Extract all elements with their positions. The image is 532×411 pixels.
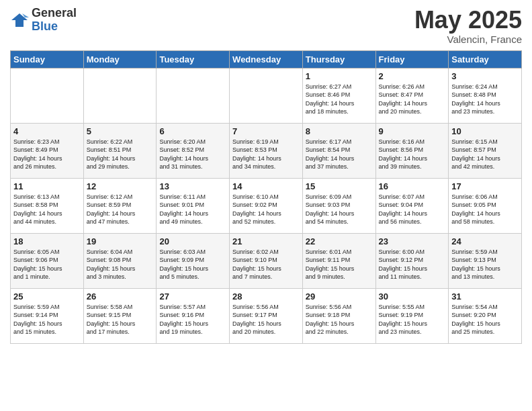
location: Valencin, France (414, 34, 522, 45)
day-number: 14 (232, 181, 300, 191)
calendar-cell (230, 68, 303, 123)
logo-text: General Blue (32, 7, 77, 34)
day-info: Sunrise: 6:26 AM Sunset: 8:47 PM Dayligh… (379, 83, 446, 116)
day-info: Sunrise: 6:16 AM Sunset: 8:56 PM Dayligh… (379, 138, 446, 171)
calendar-cell: 11Sunrise: 6:13 AM Sunset: 8:58 PM Dayli… (11, 178, 84, 233)
calendar-cell: 25Sunrise: 5:59 AM Sunset: 9:14 PM Dayli… (11, 288, 84, 343)
day-info: Sunrise: 6:12 AM Sunset: 8:59 PM Dayligh… (87, 193, 154, 226)
day-number: 10 (451, 126, 519, 136)
day-number: 22 (306, 236, 373, 246)
calendar-cell: 14Sunrise: 6:10 AM Sunset: 9:02 PM Dayli… (230, 178, 303, 233)
day-number: 30 (379, 291, 446, 302)
title-block: May 2025 Valencin, France (414, 7, 522, 45)
calendar-cell: 28Sunrise: 5:56 AM Sunset: 9:17 PM Dayli… (230, 288, 303, 343)
day-number: 28 (232, 291, 300, 302)
day-info: Sunrise: 6:22 AM Sunset: 8:51 PM Dayligh… (87, 138, 154, 171)
weekday-header-row: SundayMondayTuesdayWednesdayThursdayFrid… (11, 50, 522, 68)
day-info: Sunrise: 6:06 AM Sunset: 9:05 PM Dayligh… (451, 193, 519, 226)
day-info: Sunrise: 5:57 AM Sunset: 9:16 PM Dayligh… (159, 303, 226, 336)
day-number: 25 (13, 291, 81, 302)
day-number: 6 (159, 126, 226, 136)
day-info: Sunrise: 5:56 AM Sunset: 9:17 PM Dayligh… (232, 303, 300, 336)
week-row-1: 1Sunrise: 6:27 AM Sunset: 8:46 PM Daylig… (11, 68, 522, 123)
day-info: Sunrise: 5:59 AM Sunset: 9:14 PM Dayligh… (13, 303, 81, 336)
day-info: Sunrise: 6:19 AM Sunset: 8:53 PM Dayligh… (232, 138, 300, 171)
calendar-cell: 18Sunrise: 6:05 AM Sunset: 9:06 PM Dayli… (11, 233, 84, 288)
day-info: Sunrise: 5:54 AM Sunset: 9:20 PM Dayligh… (451, 303, 519, 336)
calendar-cell: 26Sunrise: 5:58 AM Sunset: 9:15 PM Dayli… (83, 288, 157, 343)
day-info: Sunrise: 6:04 AM Sunset: 9:08 PM Dayligh… (87, 248, 154, 281)
weekday-header-saturday: Saturday (449, 50, 522, 68)
calendar-cell: 4Sunrise: 6:23 AM Sunset: 8:49 PM Daylig… (11, 123, 84, 178)
calendar-page: General Blue May 2025 Valencin, France S… (0, 0, 532, 411)
day-number: 7 (232, 126, 300, 136)
day-number: 11 (13, 181, 81, 191)
logo-general: General (32, 7, 77, 20)
day-info: Sunrise: 5:59 AM Sunset: 9:13 PM Dayligh… (451, 248, 519, 281)
calendar-cell: 19Sunrise: 6:04 AM Sunset: 9:08 PM Dayli… (83, 233, 157, 288)
calendar-cell: 15Sunrise: 6:09 AM Sunset: 9:03 PM Dayli… (302, 178, 375, 233)
calendar-cell: 1Sunrise: 6:27 AM Sunset: 8:46 PM Daylig… (302, 68, 375, 123)
day-number: 31 (451, 291, 519, 302)
day-number: 27 (159, 291, 226, 302)
day-number: 2 (379, 71, 446, 81)
weekday-header-monday: Monday (83, 50, 157, 68)
day-number: 23 (379, 236, 446, 246)
day-number: 15 (306, 181, 373, 191)
calendar-cell: 16Sunrise: 6:07 AM Sunset: 9:04 PM Dayli… (375, 178, 449, 233)
day-info: Sunrise: 6:10 AM Sunset: 9:02 PM Dayligh… (232, 193, 300, 226)
calendar-cell: 5Sunrise: 6:22 AM Sunset: 8:51 PM Daylig… (83, 123, 157, 178)
calendar-header: General Blue May 2025 Valencin, France (10, 7, 522, 45)
calendar-cell: 22Sunrise: 6:01 AM Sunset: 9:11 PM Dayli… (302, 233, 375, 288)
logo-icon (10, 11, 29, 30)
calendar-cell (83, 68, 157, 123)
day-info: Sunrise: 6:15 AM Sunset: 8:57 PM Dayligh… (451, 138, 519, 171)
day-info: Sunrise: 6:05 AM Sunset: 9:06 PM Dayligh… (13, 248, 81, 281)
weekday-header-wednesday: Wednesday (230, 50, 303, 68)
day-info: Sunrise: 5:58 AM Sunset: 9:15 PM Dayligh… (87, 303, 154, 336)
day-info: Sunrise: 6:23 AM Sunset: 8:49 PM Dayligh… (13, 138, 81, 171)
day-info: Sunrise: 6:17 AM Sunset: 8:54 PM Dayligh… (306, 138, 373, 171)
calendar-cell: 29Sunrise: 5:56 AM Sunset: 9:18 PM Dayli… (302, 288, 375, 343)
weekday-header-thursday: Thursday (302, 50, 375, 68)
calendar-cell: 17Sunrise: 6:06 AM Sunset: 9:05 PM Dayli… (449, 178, 522, 233)
day-info: Sunrise: 5:56 AM Sunset: 9:18 PM Dayligh… (306, 303, 373, 336)
logo: General Blue (10, 7, 77, 34)
day-number: 13 (159, 181, 226, 191)
calendar-cell: 12Sunrise: 6:12 AM Sunset: 8:59 PM Dayli… (83, 178, 157, 233)
calendar-cell: 2Sunrise: 6:26 AM Sunset: 8:47 PM Daylig… (375, 68, 449, 123)
day-info: Sunrise: 6:09 AM Sunset: 9:03 PM Dayligh… (306, 193, 373, 226)
calendar-cell: 7Sunrise: 6:19 AM Sunset: 8:53 PM Daylig… (230, 123, 303, 178)
day-info: Sunrise: 6:07 AM Sunset: 9:04 PM Dayligh… (379, 193, 446, 226)
calendar-cell: 23Sunrise: 6:00 AM Sunset: 9:12 PM Dayli… (375, 233, 449, 288)
calendar-cell: 20Sunrise: 6:03 AM Sunset: 9:09 PM Dayli… (157, 233, 230, 288)
week-row-3: 11Sunrise: 6:13 AM Sunset: 8:58 PM Dayli… (11, 178, 522, 233)
calendar-thead: SundayMondayTuesdayWednesdayThursdayFrid… (11, 50, 522, 68)
calendar-table: SundayMondayTuesdayWednesdayThursdayFrid… (10, 50, 522, 344)
day-number: 16 (379, 181, 446, 191)
day-number: 3 (451, 71, 519, 81)
calendar-cell: 3Sunrise: 6:24 AM Sunset: 8:48 PM Daylig… (449, 68, 522, 123)
weekday-header-friday: Friday (375, 50, 449, 68)
day-info: Sunrise: 6:02 AM Sunset: 9:10 PM Dayligh… (232, 248, 300, 281)
day-number: 8 (306, 126, 373, 136)
day-number: 24 (451, 236, 519, 246)
week-row-4: 18Sunrise: 6:05 AM Sunset: 9:06 PM Dayli… (11, 233, 522, 288)
day-number: 5 (87, 126, 154, 136)
day-number: 9 (379, 126, 446, 136)
calendar-cell: 9Sunrise: 6:16 AM Sunset: 8:56 PM Daylig… (375, 123, 449, 178)
calendar-cell: 10Sunrise: 6:15 AM Sunset: 8:57 PM Dayli… (449, 123, 522, 178)
calendar-cell: 24Sunrise: 5:59 AM Sunset: 9:13 PM Dayli… (449, 233, 522, 288)
calendar-cell: 30Sunrise: 5:55 AM Sunset: 9:19 PM Dayli… (375, 288, 449, 343)
calendar-cell (11, 68, 84, 123)
day-number: 12 (87, 181, 154, 191)
day-info: Sunrise: 6:01 AM Sunset: 9:11 PM Dayligh… (306, 248, 373, 281)
day-number: 29 (306, 291, 373, 302)
calendar-cell (157, 68, 230, 123)
logo-blue: Blue (32, 20, 77, 34)
calendar-cell: 27Sunrise: 5:57 AM Sunset: 9:16 PM Dayli… (157, 288, 230, 343)
day-number: 18 (13, 236, 81, 246)
weekday-header-tuesday: Tuesday (157, 50, 230, 68)
calendar-cell: 13Sunrise: 6:11 AM Sunset: 9:01 PM Dayli… (157, 178, 230, 233)
day-number: 4 (13, 126, 81, 136)
